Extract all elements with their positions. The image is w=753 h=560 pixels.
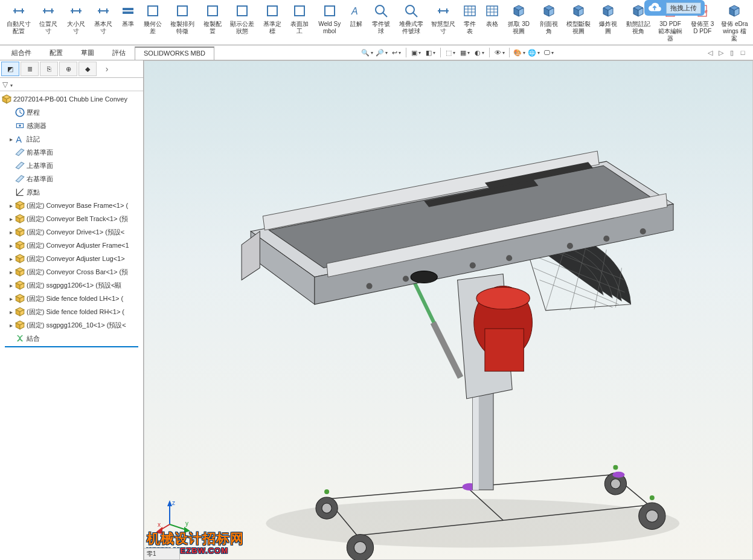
svg-point-52 [613,465,618,470]
expand-icon[interactable]: ▸ [7,229,14,236]
sidebar-tab-property[interactable]: ≣ [21,62,39,76]
expand-icon[interactable]: ▸ [7,309,14,315]
surface-finish-button[interactable]: 表面加工 [286,1,314,36]
capture-3d-view-button[interactable]: 抓取 3D 視圖 [503,1,535,36]
tab-0[interactable]: 組合件 [2,46,40,59]
svg-point-44 [354,542,366,554]
tree-item[interactable]: 上基準面 [0,159,143,172]
expand-icon[interactable]: ▸ [7,282,14,289]
expand-icon[interactable]: ▸ [7,295,14,302]
zoom-area-icon[interactable]: 🔎 [376,47,388,59]
svg-point-79 [640,228,646,234]
basic-dimension-button[interactable]: 基本尺寸 [90,1,118,36]
tree-item[interactable]: 右基準面 [0,172,143,185]
tree-item[interactable]: 前基準面 [0,146,143,159]
cube-icon[interactable]: ⬚ [444,47,457,59]
sidebar-tab-display[interactable]: ⊕ [59,62,77,76]
copy-scheme-button[interactable]: 複製配置 [199,1,226,36]
expand-icon[interactable]: ▸ [7,136,14,143]
auto-dimension-icon [10,2,27,19]
pane-controls: ◁▷▯□ [706,49,751,57]
tab-2[interactable]: 草圖 [72,46,103,59]
section-view-button[interactable]: 剖面視角 [535,1,563,36]
tree-item[interactable]: ▸(固定) Conveyor Belt Track<1> (預 [0,212,143,225]
tree-item[interactable]: 原點 [0,185,143,199]
smart-dimension-button[interactable]: 智慧型尺寸 [427,1,459,36]
balloon-button[interactable]: 零件號球 [367,1,395,36]
tab-1[interactable]: 配置 [40,46,72,59]
expand-icon[interactable]: ▸ [7,322,14,329]
tree-item[interactable]: ▸(固定) Side fence folded RH<1> ( [0,305,143,318]
tab-4[interactable]: SOLIDWORKS MBD [135,47,214,60]
tables2-button[interactable]: 表格 [481,1,503,29]
tree-item[interactable]: ▸(固定) Conveyor Drive<1> (預設< [0,225,143,239]
tab-3[interactable]: 評估 [103,46,135,59]
datum-target-button[interactable]: 基準定標 [258,1,286,36]
upload-label[interactable]: 拖拽上传 [666,2,701,14]
datum-button[interactable]: 基準 [117,1,139,29]
shadow-icon[interactable]: ◐ [473,47,485,59]
sidebar-overflow-icon[interactable]: › [98,62,116,76]
pattern-feature-button[interactable]: 複製排列特徵 [167,1,199,36]
ribbon-label: 基準 [122,21,134,28]
sidebar-tab-config[interactable]: ⎘ [40,62,58,76]
geometric-tolerance-button[interactable]: 幾何公差 [139,1,167,36]
sidebar-tabstrip: ◩≣⎘⊕◆› [0,60,143,78]
auto-dimension-button[interactable]: 自動尺寸配置 [2,1,34,36]
tree-item[interactable]: ▸(固定) ssgpgg1206<1> (預設<顯 [0,278,143,292]
ribbon-label: 基準定標 [261,21,284,35]
tree-item[interactable]: 結合 [0,332,143,345]
sidebar-tab-feature-tree[interactable]: ◩ [1,62,19,76]
pane-split-icon[interactable]: ▯ [728,49,736,57]
sidebar-tab-appearance[interactable]: ◆ [79,62,97,76]
monitor-icon[interactable]: 🖵 [542,47,554,59]
copy-scheme-icon [204,2,221,19]
zoom-fit-icon[interactable]: 🔍 [361,47,373,59]
3d-viewport[interactable]: z y x 机械设计招标网 WWW.MEZBW.COM [144,60,753,560]
size-dimension-button[interactable]: 大小尺寸 [62,1,90,36]
model-break-view-button[interactable]: 模型斷裂視圖 [562,1,594,36]
location-dimension-button[interactable]: 位置尺寸 [34,1,62,36]
expand-icon[interactable]: ▸ [7,256,14,262]
display-style-icon[interactable]: ◧ [425,47,437,59]
tree-item[interactable]: 感測器 [0,119,143,132]
status-stub: 零1 [144,548,180,560]
render-icon[interactable]: 🌐 [528,47,540,59]
tree-item[interactable]: ▸(固定) Side fence folded LH<1> ( [0,292,143,305]
prev-view-icon[interactable]: ↩ [390,47,402,59]
tree-item[interactable]: ▸(固定) ssgpgg1206_10<1> (預設< [0,318,143,332]
pane-prev-icon[interactable]: ◁ [706,49,714,57]
history-icon [14,107,25,118]
scene-icon[interactable]: ▦ [459,47,471,59]
status-stub-label: 零1 [147,550,156,558]
tree-root[interactable]: 22072014-PB-001 Chubb Line Convey [0,92,143,106]
weld-symbol-button[interactable]: Weld Symbol [313,1,345,36]
tree-item[interactable]: ▸(固定) Conveyor Adjuster Lug<1> [0,252,143,265]
tree-item[interactable]: ▸(固定) Conveyor Base Frame<1> ( [0,199,143,212]
visibility-icon[interactable]: 👁 [493,47,505,59]
publish-edrawings-button[interactable]: 發佈 eDrawings 檔案 [719,1,751,43]
expand-icon[interactable]: ▸ [7,242,14,249]
pane-next-icon[interactable]: ▷ [717,49,725,57]
stacked-balloon-button[interactable]: 堆疊式零件號球 [395,1,427,36]
expand-icon[interactable]: ▸ [7,269,14,275]
tree-item[interactable]: ▸A註記 [0,132,143,146]
cloud-upload-icon[interactable] [648,1,661,14]
appearance-icon[interactable]: 🎨 [513,47,525,59]
pane-max-icon[interactable]: □ [739,49,747,56]
filter-dropdown-icon[interactable] [9,80,13,89]
expand-icon[interactable]: ▸ [7,216,14,222]
tables-button[interactable]: 零件表 [459,1,481,36]
section-icon[interactable]: ▣ [410,47,422,59]
exploded-view-button[interactable]: 爆炸視圖 [595,1,623,36]
expand-icon[interactable]: ▸ [7,202,14,209]
sidebar-filter[interactable]: ▽ [0,78,143,91]
tree-item-label: (固定) Conveyor Drive<1> (預設< [27,228,124,237]
ribbon-label: 動態註記視角 [624,21,652,35]
tree-item[interactable]: ▸(固定) Conveyor Cross Bar<1> (預 [0,265,143,278]
note-button[interactable]: A註解 [345,1,367,29]
show-tolerance-status-button[interactable]: 顯示公差狀態 [226,1,258,36]
tree-item[interactable]: 歷程 [0,106,143,119]
tree-item[interactable]: ▸(固定) Conveyor Adjuster Frame<1 [0,239,143,252]
ribbon-label: 複製配置 [201,21,224,35]
